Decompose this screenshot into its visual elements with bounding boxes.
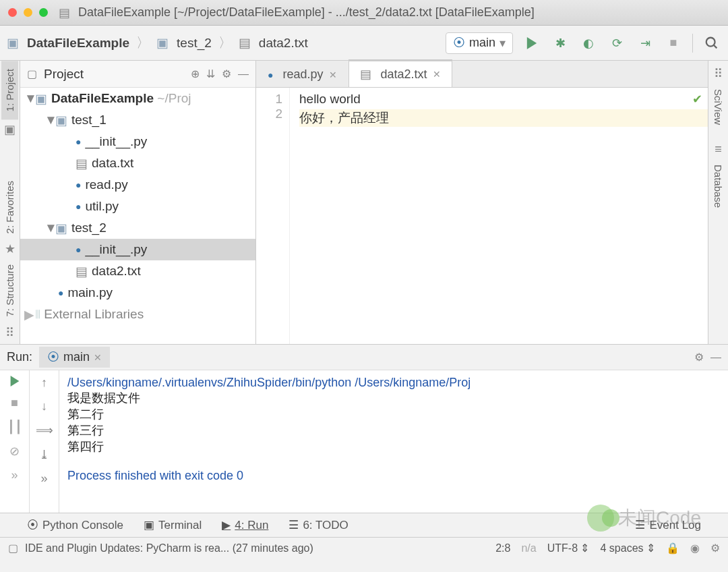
title-bar: ▤ DataFileExample [~/Project/DataFileExa…	[0, 0, 728, 26]
code-line[interactable]: 你好，产品经理	[299, 109, 708, 127]
sciview-icon: ⠿	[714, 66, 723, 81]
tree-folder[interactable]: ▼▣test_2	[20, 217, 255, 239]
main-area: 1: Project ▣ 2: Favorites ★ 7: Structure…	[0, 61, 728, 344]
up-button[interactable]: ↑	[41, 376, 47, 390]
tab-label: Python Console	[42, 519, 123, 532]
run-coverage-button[interactable]: ◐	[579, 34, 598, 53]
chevron-down-icon: ▾	[499, 36, 506, 51]
debug-button[interactable]: ✱	[551, 34, 570, 53]
close-icon[interactable]: ✕	[94, 352, 102, 363]
pause-button[interactable]: ┃┃	[7, 420, 22, 434]
rerun-button[interactable]	[9, 376, 20, 387]
console-line: 第二行	[67, 406, 720, 422]
list-icon: ☰	[289, 518, 299, 532]
structure-tool-tab[interactable]: 7: Structure	[1, 256, 18, 325]
editor[interactable]: 1 2 hello world 你好，产品经理 ✔	[256, 88, 708, 344]
editor-tab[interactable]: ● read.py ✕	[256, 61, 348, 87]
run-button[interactable]	[522, 34, 541, 53]
gear-icon[interactable]: ⚙	[222, 67, 231, 80]
console-output[interactable]: /Users/kingname/.virtualenvs/ZhihuSpider…	[59, 370, 728, 513]
tree-file[interactable]: ▤data.txt	[20, 152, 255, 174]
run-tab[interactable]: ▶4: Run	[222, 518, 268, 532]
python-icon: ●	[75, 201, 81, 212]
stop-button[interactable]: ■	[11, 396, 18, 410]
python-icon: ●	[58, 287, 63, 298]
left-tool-gutter: 1: Project ▣ 2: Favorites ★ 7: Structure…	[0, 61, 20, 344]
lock-icon[interactable]: 🔒	[666, 542, 679, 554]
tree-label: main.py	[67, 285, 113, 300]
favorites-tool-tab[interactable]: 2: Favorites	[1, 173, 18, 241]
editor-area: ● read.py ✕ ▤ data2.txt ✕ 1 2 hello worl…	[256, 61, 708, 344]
run-config-selector[interactable]: ⦿ main ▾	[446, 32, 513, 54]
exit-button[interactable]: ⊘	[9, 444, 20, 459]
project-tool-tab[interactable]: 1: Project	[1, 61, 18, 119]
tree-file[interactable]: ●main.py	[20, 282, 255, 304]
tree-root[interactable]: ▼▣DataFileExample ~/Proj	[20, 88, 255, 109]
code-line[interactable]: hello world	[299, 92, 708, 109]
gear-icon[interactable]: ⚙	[694, 351, 704, 364]
close-window-icon[interactable]	[8, 8, 17, 17]
todo-tab[interactable]: ☰6: TODO	[289, 518, 348, 532]
database-tool-tab[interactable]: Database	[710, 156, 727, 216]
more-button[interactable]: »	[11, 468, 18, 482]
tree-label: data2.txt	[92, 264, 141, 279]
inspection-ok-icon[interactable]: ✔	[692, 92, 702, 107]
status-na: n/a	[521, 542, 536, 554]
txt-icon: ▤	[360, 67, 371, 82]
search-button[interactable]	[702, 34, 721, 53]
notification-icon[interactable]: ▢	[8, 542, 18, 554]
folder-icon: ▣	[156, 35, 169, 51]
console-line: 第四行	[67, 438, 720, 455]
breadcrumb-item[interactable]: DataFileExample	[27, 36, 129, 51]
settings-icon[interactable]: ⚙	[710, 542, 720, 554]
toolbar: ⦿ main ▾ ✱ ◐ ⟳ ⇥ ■	[446, 32, 721, 54]
folder-icon: ▣	[7, 35, 19, 51]
python-icon: ●	[75, 136, 81, 147]
stop-button[interactable]: ■	[664, 34, 683, 53]
python-console-tab[interactable]: ⦿Python Console	[27, 519, 123, 532]
profile-button[interactable]: ⟳	[607, 34, 626, 53]
more-button[interactable]: »	[40, 471, 47, 486]
minimize-window-icon[interactable]	[24, 8, 32, 17]
python-icon: ⦿	[47, 350, 59, 364]
status-message[interactable]: IDE and Plugin Updates: PyCharm is rea..…	[25, 542, 313, 554]
terminal-tab[interactable]: ▣Terminal	[144, 518, 202, 532]
window-title: ▤ DataFileExample [~/Project/DataFileExa…	[59, 5, 535, 20]
indent-selector[interactable]: 4 spaces ⇕	[601, 542, 656, 554]
debug-attach-button[interactable]: ⇥	[636, 34, 655, 53]
encoding-selector[interactable]: UTF-8 ⇕	[547, 542, 590, 554]
down-button[interactable]: ↓	[41, 399, 47, 413]
editor-tab[interactable]: ▤ data2.txt ✕	[348, 59, 452, 87]
run-panel-title: Run:	[7, 350, 32, 364]
maximize-window-icon[interactable]	[39, 8, 48, 17]
run-tab[interactable]: ⦿ main ✕	[39, 347, 110, 368]
tree-external[interactable]: ▶⫴ External Libraries	[20, 304, 255, 325]
close-icon[interactable]: ✕	[433, 69, 441, 80]
tree-file[interactable]: ●__init__.py	[20, 131, 255, 152]
cursor-position[interactable]: 2:8	[495, 542, 510, 554]
collapse-icon[interactable]: ⇊	[206, 67, 215, 80]
file-icon: ▤	[239, 35, 251, 51]
close-icon[interactable]: ✕	[329, 69, 337, 80]
tree-label: test_2	[71, 221, 107, 235]
code-area[interactable]: hello world 你好，产品经理	[290, 88, 708, 344]
project-panel: ▢ Project ⊕ ⇊ ⚙ — ▼▣DataFileExample ~/Pr…	[20, 61, 256, 344]
inspector-icon[interactable]: ◉	[690, 542, 700, 554]
breadcrumb[interactable]: ▣ DataFileExample 〉 ▣ test_2 〉 ▤ data2.t…	[7, 34, 308, 52]
tree-file[interactable]: ●read.py	[20, 174, 255, 196]
hide-icon[interactable]: —	[238, 68, 249, 80]
hide-icon[interactable]: —	[710, 351, 721, 364]
sciview-tool-tab[interactable]: SciView	[710, 81, 727, 133]
target-icon[interactable]: ⊕	[191, 67, 200, 80]
soft-wrap-button[interactable]: ⟹	[36, 423, 53, 438]
breadcrumb-item[interactable]: test_2	[177, 36, 212, 51]
tree-file[interactable]: ●__init__.py	[20, 239, 255, 260]
scroll-end-button[interactable]: ⤓	[39, 447, 49, 462]
project-tree[interactable]: ▼▣DataFileExample ~/Proj ▼▣test_1 ●__ini…	[20, 88, 255, 344]
breadcrumb-item[interactable]: data2.txt	[259, 36, 308, 51]
run-config-label: main	[469, 36, 495, 50]
tree-file[interactable]: ▤data2.txt	[20, 260, 255, 282]
tree-folder[interactable]: ▼▣test_1	[20, 109, 255, 131]
tree-file[interactable]: ●util.py	[20, 196, 255, 217]
console-line: 我是数据文件	[67, 390, 720, 406]
